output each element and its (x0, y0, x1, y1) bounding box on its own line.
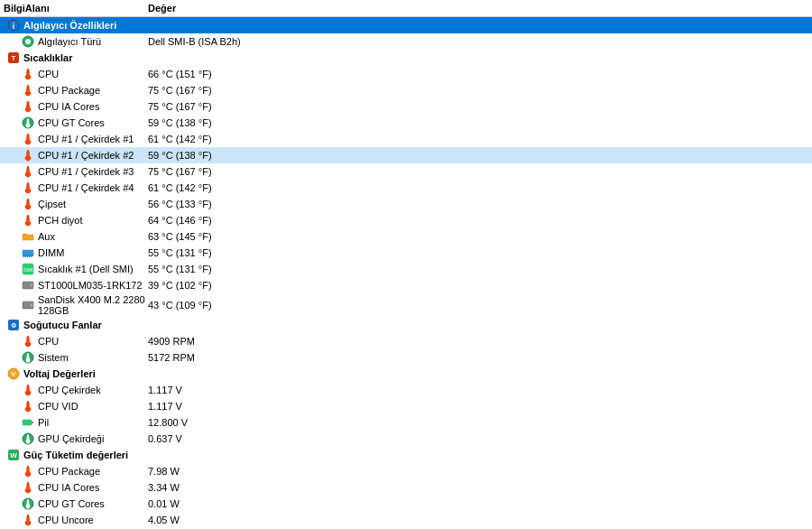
row-guc-cpu-ia-cores[interactable]: CPU IA Cores3.34 W (0, 479, 812, 496)
row-sicaklik-dellsmi[interactable]: SMISıcaklık #1 (Dell SMI)55 °C (131 °F) (0, 261, 812, 277)
row-cpu1-cekirdek3[interactable]: CPU #1 / Çekirdek #375 °C (167 °F) (0, 163, 812, 180)
gpu-thermo-icon (22, 351, 34, 364)
section-header-guc-tuketim[interactable]: WGüç Tüketim değerleri (0, 447, 812, 463)
row-cpu-gt-cores[interactable]: CPU GT Cores59 °C (138 °F) (0, 115, 812, 131)
label-sicaklik-dellsmi: Sıcaklık #1 (Dell SMI) (38, 264, 134, 274)
row-cpu-cekirdek[interactable]: CPU Çekirdek1.117 V (0, 382, 812, 398)
label-cpu: CPU (38, 69, 59, 79)
label-cpu1-cekirdek4: CPU #1 / Çekirdek #4 (38, 182, 134, 193)
section-header-algilayici[interactable]: iAlgılayıcı Özellikleri (0, 17, 812, 33)
value-algilayici-turu: Dell SMI-B (ISA B2h) (148, 36, 808, 47)
row-guc-cpu-package[interactable]: CPU Package7.98 W (0, 463, 812, 479)
section-label-sogutucu-fanlar: Soğutucu Fanlar (23, 320, 102, 330)
value-cpu-package: 75 °C (167 °F) (148, 85, 808, 96)
label-pch-diyot: PCH diyot (38, 215, 83, 226)
row-aux[interactable]: Aux63 °C (145 °F) (0, 228, 812, 245)
hdd-icon (22, 299, 34, 311)
row-cpu-vid[interactable]: CPU VID1.117 V (0, 398, 812, 414)
thermo-icon (22, 400, 34, 413)
folder-icon (22, 230, 34, 243)
thermo-icon (22, 465, 34, 478)
row-cipset[interactable]: Çipset56 °C (133 °F) (0, 196, 812, 212)
hdd-icon (22, 279, 34, 292)
label-sandisk: SanDisk X400 M.2 2280 128GB (38, 294, 148, 316)
value-cpu1-cekirdek2: 59 °C (138 °F) (148, 150, 808, 161)
value-cpu-cekirdek: 1.117 V (148, 385, 808, 395)
gpu-thermo-icon (22, 116, 34, 129)
label-fan-sistem: Sistem (38, 352, 69, 363)
svg-text:V: V (11, 370, 16, 378)
row-sandisk[interactable]: SanDisk X400 M.2 2280 128GB43 °C (109 °F… (0, 293, 812, 317)
svg-text:T: T (12, 54, 16, 62)
thermo-icon (22, 481, 34, 494)
label-cpu1-cekirdek1: CPU #1 / Çekirdek #1 (38, 134, 134, 144)
svg-text:W: W (10, 451, 17, 459)
thermo-icon (22, 84, 34, 97)
svg-point-3 (25, 39, 31, 44)
value-guc-cpu-package: 7.98 W (148, 466, 808, 477)
label-cpu-package: CPU Package (38, 85, 100, 96)
label-guc-cpu-ia-cores: CPU IA Cores (38, 482, 99, 493)
row-pil[interactable]: Pil12.800 V (0, 414, 812, 431)
row-cpu-package[interactable]: CPU Package75 °C (167 °F) (0, 82, 812, 98)
power-group-icon: W (7, 449, 20, 461)
thermo-icon (22, 335, 34, 348)
row-cpu1-cekirdek1[interactable]: CPU #1 / Çekirdek #161 °C (142 °F) (0, 131, 812, 147)
svg-rect-25 (32, 422, 33, 423)
value-cpu1-cekirdek4: 61 °C (142 °F) (148, 182, 808, 193)
value-gpu-cekirde: 0.637 V (148, 433, 808, 444)
thermo-icon (22, 214, 34, 227)
value-guc-cpu-gt-cores: 0.01 W (148, 498, 808, 509)
value-fan-cpu: 4909 RPM (148, 336, 808, 347)
row-algilayici-turu[interactable]: Algılayıcı TürüDell SMI-B (ISA B2h) (0, 33, 812, 50)
label-cpu-cekirdek: CPU Çekirdek (38, 385, 101, 395)
row-cpu1-cekirdek2[interactable]: CPU #1 / Çekirdek #259 °C (138 °F) (0, 147, 812, 163)
row-st1000[interactable]: ST1000LM035-1RK17239 °C (102 °F) (0, 277, 812, 293)
label-cpu-ia-cores: CPU IA Cores (38, 101, 99, 112)
label-cpu1-cekirdek3: CPU #1 / Çekirdek #3 (38, 166, 134, 177)
row-dimm[interactable]: DIMM55 °C (131 °F) (0, 245, 812, 261)
svg-rect-11 (29, 255, 30, 257)
row-gpu-cekirde[interactable]: GPU Çekirdeği0.637 V (0, 431, 812, 447)
app-container: BilgiAlanı Değer iAlgılayıcı Özellikleri… (0, 0, 812, 529)
row-cpu[interactable]: CPU66 °C (151 °F) (0, 66, 812, 82)
battery-icon (22, 416, 34, 429)
section-header-sicakliklar[interactable]: TSıcaklıklar (0, 50, 812, 66)
label-aux: Aux (38, 231, 55, 242)
row-cpu-ia-cores[interactable]: CPU IA Cores75 °C (167 °F) (0, 98, 812, 115)
row-pch-diyot[interactable]: PCH diyot64 °C (146 °F) (0, 212, 812, 228)
svg-rect-10 (27, 255, 28, 257)
label-cipset: Çipset (38, 199, 66, 209)
row-fan-sistem[interactable]: Sistem5172 RPM (0, 349, 812, 366)
section-header-voltaj-degerleri[interactable]: VVoltaj Değerleri (0, 366, 812, 382)
row-guc-cpu-uncore[interactable]: CPU Uncore4.05 W (0, 512, 812, 528)
smi-icon: SMI (22, 263, 34, 275)
thermo-icon (22, 514, 34, 526)
section-header-sogutucu-fanlar[interactable]: ⚙Soğutucu Fanlar (0, 317, 812, 333)
data-table: iAlgılayıcı ÖzellikleriAlgılayıcı TürüDe… (0, 17, 812, 529)
thermo-icon (22, 181, 34, 194)
svg-rect-9 (25, 255, 26, 257)
label-pil: Pil (38, 417, 49, 428)
value-sicaklik-dellsmi: 55 °C (131 °F) (148, 264, 808, 274)
svg-text:SMI: SMI (23, 267, 33, 273)
value-guc-cpu-uncore: 4.05 W (148, 515, 808, 525)
value-aux: 63 °C (145 °F) (148, 231, 808, 242)
section-label-algilayici: Algılayıcı Özellikleri (23, 20, 116, 31)
svg-text:⚙: ⚙ (11, 322, 16, 329)
value-cpu-vid: 1.117 V (148, 401, 808, 412)
row-cpu1-cekirdek4[interactable]: CPU #1 / Çekirdek #461 °C (142 °F) (0, 180, 812, 196)
header-col1: BilgiAlanı (4, 3, 148, 14)
sensor-icon (22, 35, 34, 48)
section-label-guc-tuketim: Güç Tüketim değerleri (23, 450, 128, 460)
svg-rect-12 (31, 255, 32, 257)
row-fan-cpu[interactable]: CPU4909 RPM (0, 333, 812, 349)
row-guc-cpu-gt-cores[interactable]: CPU GT Cores0.01 W (0, 496, 812, 512)
value-sandisk: 43 °C (109 °F) (148, 300, 808, 311)
section-label-sicakliklar: Sıcaklıklar (23, 52, 72, 63)
thermo-icon (22, 68, 34, 80)
label-cpu1-cekirdek2: CPU #1 / Çekirdek #2 (38, 150, 134, 161)
thermo-icon (22, 198, 34, 210)
svg-point-18 (31, 304, 33, 307)
label-gpu-cekirde: GPU Çekirdeği (38, 433, 104, 444)
